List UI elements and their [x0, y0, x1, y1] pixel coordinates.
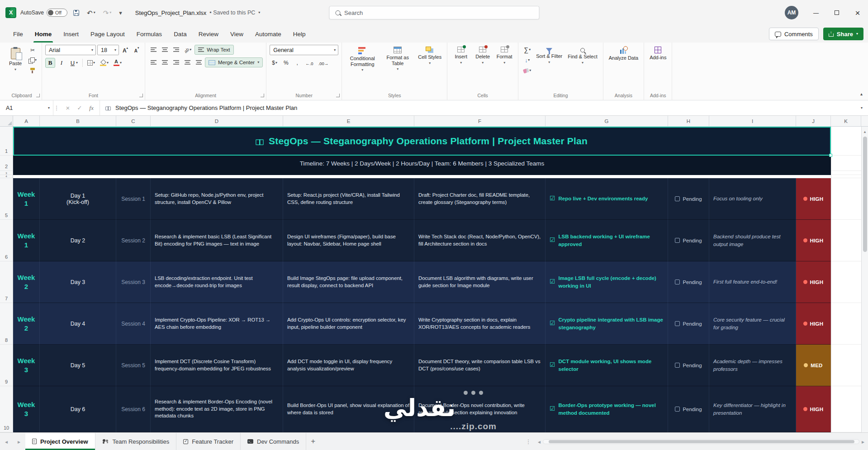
cell-task-frontend[interactable]: Add Crypto-Ops UI controls: encryption s… [283, 303, 414, 345]
cell-deliverable[interactable]: Image LSB full cycle (encode + decode) w… [545, 261, 668, 303]
document-title[interactable]: StegOps_Project_Plan.xlsx • Saved to thi… [135, 9, 261, 16]
insert-function-button[interactable]: fx [86, 103, 97, 114]
selection-fill-handle[interactable] [829, 154, 832, 157]
cell-session[interactable]: Session 5 [116, 345, 151, 386]
cell-task-backend[interactable]: Implement Crypto-Ops Pipeline: XOR → ROT… [151, 303, 283, 345]
bold-button[interactable]: B [45, 58, 55, 68]
sheet-tab[interactable]: Dev Commands [241, 433, 306, 450]
horizontal-scrollbar[interactable] [534, 433, 868, 450]
font-color-button[interactable] [112, 58, 123, 68]
cell-deliverable[interactable]: Border-Ops prototype working — novel met… [545, 386, 668, 432]
fill-color-button[interactable] [98, 58, 110, 68]
row-number[interactable]: 7 [0, 261, 13, 303]
ribbon-tab[interactable]: Data [168, 25, 193, 43]
cell-deliverable[interactable]: Crypto pipeline integrated with LSB imag… [545, 303, 668, 345]
scroll-up-icon[interactable] [864, 128, 866, 134]
cell-status[interactable]: Pending [668, 220, 709, 261]
cell-note[interactable]: First full feature end-to-end! [709, 261, 796, 303]
save-button[interactable] [71, 9, 81, 17]
cell-session[interactable]: Session 2 [116, 220, 151, 261]
cell-week[interactable]: Week 3 [13, 386, 40, 432]
autosave-switch[interactable]: Off [47, 9, 67, 17]
cell-task-frontend[interactable]: Add DCT mode toggle in UI, display frequ… [283, 345, 414, 386]
cell-task-frontend[interactable]: Build Border-Ops UI panel, show visual e… [283, 386, 414, 432]
align-left-button[interactable] [148, 57, 158, 67]
formula-input[interactable]: StegOps — Steganography Operations Platf… [100, 100, 855, 115]
ribbon-tab[interactable]: Insert [57, 25, 85, 43]
customize-toolbar-button[interactable] [117, 9, 124, 17]
cell-note[interactable]: Core security feature — crucial for grad… [709, 303, 796, 345]
cell-week[interactable]: Week 1 [13, 220, 40, 261]
cell-priority[interactable]: MED [796, 345, 831, 386]
name-box[interactable]: A1 [0, 100, 53, 115]
cell-note[interactable]: Backend should produce test output image [709, 220, 796, 261]
cell-day[interactable]: Day 5 [40, 345, 116, 386]
row-number[interactable]: 3 [0, 171, 13, 175]
comments-button[interactable]: Comments [769, 28, 819, 40]
italic-button[interactable]: I [57, 58, 66, 68]
column-header[interactable]: H [668, 116, 709, 126]
cell-day[interactable]: Day 3 [40, 261, 116, 303]
column-header[interactable]: D [151, 116, 283, 126]
paste-button[interactable]: Paste [5, 45, 26, 72]
currency-button[interactable]: $ [270, 58, 280, 68]
conditional-formatting-button[interactable]: Conditional Formatting [345, 45, 379, 73]
format-painter-button[interactable] [27, 66, 38, 76]
cancel-button[interactable] [62, 103, 73, 114]
orientation-button[interactable] [182, 45, 193, 55]
cell-task-backend[interactable]: Setup: GitHub repo, Node.js/Python env, … [151, 178, 283, 220]
undo-button[interactable] [85, 8, 97, 18]
vertical-scrollbar-thumb[interactable] [863, 137, 867, 252]
cell-task-frontend[interactable]: Setup: React.js project (Vite/CRA), inst… [283, 178, 414, 220]
cell-status[interactable]: Pending [668, 345, 709, 386]
cell-day[interactable]: Day 4 [40, 303, 116, 345]
increase-decimal-button[interactable] [304, 58, 315, 68]
column-header[interactable]: I [709, 116, 796, 126]
align-center-button[interactable] [160, 57, 170, 67]
vertical-scrollbar[interactable] [861, 127, 868, 432]
cell-task-backend[interactable]: Research & implement basic LSB (Least Si… [151, 220, 283, 261]
row-number[interactable]: 8 [0, 303, 13, 345]
sheet-options-button[interactable] [522, 433, 534, 450]
ribbon-tab[interactable]: View [224, 25, 249, 43]
restore-button[interactable] [826, 0, 847, 25]
cell-week[interactable]: Week 2 [13, 261, 40, 303]
enter-button[interactable] [74, 103, 85, 114]
redo-button[interactable] [101, 8, 114, 18]
wrap-text-button[interactable]: Wrap Text [194, 45, 233, 55]
cell-status[interactable]: Pending [668, 178, 709, 220]
cell-day[interactable]: Day 1 (Kick-off) [40, 178, 116, 220]
cell-task-frontend[interactable]: Build Image StegOps page: file upload co… [283, 261, 414, 303]
spacer-cell[interactable] [13, 171, 831, 175]
row-number[interactable]: 6 [0, 220, 13, 261]
cell-day[interactable]: Day 6 [40, 386, 116, 432]
cell-note[interactable]: Key differentiator — highlight in presen… [709, 386, 796, 432]
cell-week[interactable]: Week 2 [13, 303, 40, 345]
find-select-button[interactable]: Find & Select [565, 45, 599, 66]
column-header[interactable]: F [414, 116, 545, 126]
cell-session[interactable]: Session 4 [116, 303, 151, 345]
row-number[interactable]: 10 [0, 386, 13, 432]
cell-session[interactable]: Session 1 [116, 178, 151, 220]
horizontal-scrollbar-thumb[interactable] [549, 440, 854, 443]
clear-button[interactable] [522, 66, 533, 76]
row-number[interactable]: 5 [0, 178, 13, 220]
scroll-left-icon[interactable] [538, 439, 541, 445]
name-box-handle[interactable] [53, 100, 60, 115]
cell-status[interactable]: Pending [668, 386, 709, 432]
underline-button[interactable]: U [68, 58, 80, 68]
sheet-tab[interactable]: Team Responsibilities [95, 433, 177, 450]
column-header[interactable]: C [116, 116, 151, 126]
sheet-tab[interactable]: Feature Tracker [176, 433, 241, 450]
cell-task-backend[interactable]: Research & implement Border-Ops Encoding… [151, 386, 283, 432]
sheet-nav-left-button[interactable] [0, 433, 13, 450]
close-button[interactable] [847, 0, 868, 25]
add-sheet-button[interactable]: + [306, 433, 320, 450]
spacer-cell[interactable] [13, 175, 831, 178]
column-header[interactable]: E [283, 116, 414, 126]
ribbon-tab[interactable]: Help [287, 25, 312, 43]
row-number[interactable]: 4 [0, 175, 13, 178]
cell-task-docs[interactable]: Write Cryptography section in docs, expl… [414, 303, 545, 345]
decrease-decimal-button[interactable] [317, 58, 331, 68]
cell-session[interactable]: Session 3 [116, 261, 151, 303]
